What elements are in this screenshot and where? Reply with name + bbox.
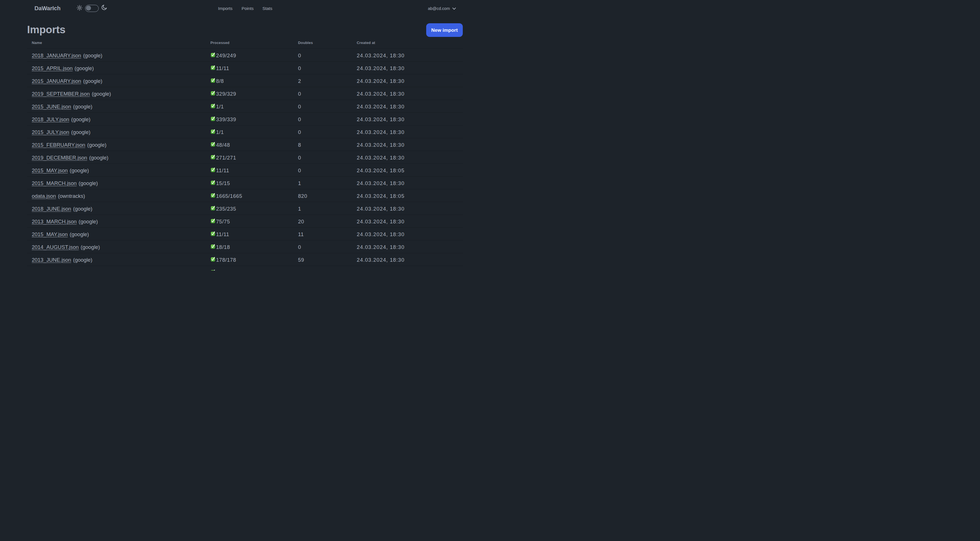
cell-created-at: 24.03.2024, 18:05 xyxy=(352,189,463,202)
table-row: 2015_APRIL.json(google) 11/11 0 24.03.20… xyxy=(27,61,463,74)
doubles-count: 0 xyxy=(298,104,301,110)
column-header-processed: Processed xyxy=(206,37,293,48)
import-file-link[interactable]: 2013_MARCH.json xyxy=(32,219,76,225)
processed-count: 339/339 xyxy=(216,116,236,122)
import-file-link[interactable]: 2014_AUGUST.json xyxy=(32,244,79,250)
cell-processed: 48/48 xyxy=(206,138,293,151)
check-mark-icon xyxy=(211,231,215,236)
cell-processed: 8/8 xyxy=(206,74,293,87)
created-at: 24.03.2024, 18:30 xyxy=(357,155,405,161)
created-at: 24.03.2024, 18:30 xyxy=(357,231,405,237)
cell-name: 2015_APRIL.json(google) xyxy=(27,61,206,74)
created-at: 24.03.2024, 18:30 xyxy=(357,53,405,59)
nav-item-points[interactable]: Points xyxy=(242,6,254,11)
cell-name: 2013_JUNE.json(google) xyxy=(27,253,206,266)
doubles-count: 59 xyxy=(298,257,304,263)
cell-name: 2015_MAY.json(google) xyxy=(27,227,206,240)
processed-count: 329/329 xyxy=(216,91,236,97)
processed-count: 11/11 xyxy=(216,231,229,237)
cell-doubles xyxy=(293,266,352,270)
cell-created-at: 24.03.2024, 18:05 xyxy=(352,163,463,176)
imports-table: Name Processed Doubles Created at 2018_J… xyxy=(27,37,463,270)
import-source: (google) xyxy=(89,155,108,161)
cell-name: 2014_AUGUST.json(google) xyxy=(27,240,206,253)
doubles-count: 0 xyxy=(298,65,301,71)
cell-doubles: 1 xyxy=(293,176,352,189)
check-mark-icon xyxy=(211,53,215,57)
processed-count: 48/48 xyxy=(216,142,230,148)
import-file-link[interactable]: 2018_JANUARY.json xyxy=(32,53,81,59)
cell-created-at: 24.03.2024, 18:30 xyxy=(352,176,463,189)
cell-doubles: 0 xyxy=(293,87,352,100)
check-mark-icon xyxy=(211,219,215,223)
import-file-link[interactable]: 2018_JULY.json xyxy=(32,116,69,122)
table-row: 2015_JULY.json(google) 1/1 0 24.03.2024,… xyxy=(27,125,463,138)
cell-name: odata.json(owntracks) xyxy=(27,189,206,202)
doubles-count: 8 xyxy=(298,142,301,148)
doubles-count: 2 xyxy=(298,78,301,84)
table-row: 2018_JUNE.json(google) 235/235 1 24.03.2… xyxy=(27,202,463,215)
doubles-count: 1 xyxy=(298,206,301,212)
column-header-created-at: Created at xyxy=(352,37,463,48)
cell-name: 2013_MARCH.json(google) xyxy=(27,215,206,227)
check-mark-icon xyxy=(211,244,215,249)
cell-processed: 11/11 xyxy=(206,227,293,240)
import-file-link[interactable]: 2015_APRIL.json xyxy=(32,65,73,71)
import-file-link[interactable]: 2015_FEBRUARY.json xyxy=(32,142,85,148)
cell-processed: 235/235 xyxy=(206,202,293,215)
cell-created-at: 24.03.2024, 18:30 xyxy=(352,61,463,74)
cell-processed: 339/339 xyxy=(206,112,293,125)
cell-name: 2018_JANUARY.json(google) xyxy=(27,48,206,61)
import-file-link[interactable]: 2015_MAY.json xyxy=(32,231,68,237)
cell-doubles: 0 xyxy=(293,151,352,163)
import-file-link[interactable]: 2015_JULY.json xyxy=(32,129,69,135)
import-file-link[interactable]: 2015_JUNE.json xyxy=(32,104,71,110)
cell-created-at: 24.03.2024, 18:30 xyxy=(352,202,463,215)
processed-count: 11/11 xyxy=(216,65,229,71)
cell-name: 2018_JULY.json(google) xyxy=(27,112,206,125)
table-row: odata.json(owntracks) 1665/1665 820 24.0… xyxy=(27,189,463,202)
import-file-link[interactable]: 2015_MAY.json xyxy=(32,168,68,174)
import-file-link[interactable]: 2019_DECEMBER.json xyxy=(32,155,87,161)
import-file-link[interactable]: 2015_MARCH.json xyxy=(32,180,76,186)
table-header-row: Name Processed Doubles Created at xyxy=(27,37,463,48)
import-file-link[interactable]: odata.json xyxy=(32,193,56,199)
import-file-link[interactable]: 2019_SEPTEMBER.json xyxy=(32,91,90,97)
import-file-link[interactable]: 2018_JUNE.json xyxy=(32,206,71,212)
nav-item-imports[interactable]: Imports xyxy=(218,6,232,11)
check-mark-icon xyxy=(211,129,215,134)
cell-name: 2015_JANUARY.json(google) xyxy=(27,74,206,87)
cell-name: 2019_DECEMBER.json(google) xyxy=(27,151,206,163)
import-file-link[interactable]: 2013_JUNE.json xyxy=(32,257,71,263)
table-row: 2018_JULY.json(google) 339/339 0 24.03.2… xyxy=(27,112,463,125)
import-file-link[interactable]: 2015_JANUARY.json xyxy=(32,78,81,84)
processed-count: 271/271 xyxy=(216,155,236,161)
cell-doubles: 0 xyxy=(293,112,352,125)
import-source: (google) xyxy=(73,206,92,212)
cell-doubles: 20 xyxy=(293,215,352,227)
import-source: (google) xyxy=(81,244,100,250)
import-source: (google) xyxy=(70,231,89,237)
created-at: 24.03.2024, 18:05 xyxy=(357,193,405,199)
check-mark-icon xyxy=(211,270,215,270)
doubles-count: 0 xyxy=(298,129,301,135)
nav-item-stats[interactable]: Stats xyxy=(262,6,272,11)
table-row xyxy=(27,266,463,270)
table-row: 2015_MAY.json(google) 11/11 11 24.03.202… xyxy=(27,227,463,240)
cell-processed: 1/1 xyxy=(206,100,293,112)
processed-count: 1/1 xyxy=(216,129,224,135)
import-source: (google) xyxy=(71,129,91,135)
table-row: 2019_SEPTEMBER.json(google) 329/329 0 24… xyxy=(27,87,463,100)
import-source: (google) xyxy=(78,180,98,186)
check-mark-icon xyxy=(211,206,215,211)
table-row: 2013_JUNE.json(google) 178/178 59 24.03.… xyxy=(27,253,463,266)
cell-name: 2015_MAY.json(google) xyxy=(27,163,206,176)
doubles-count: 0 xyxy=(298,155,301,161)
import-source: (google) xyxy=(71,116,91,122)
new-import-button[interactable]: New import xyxy=(426,23,463,37)
account-menu[interactable]: ab@cd.com xyxy=(428,0,456,16)
cell-created-at: 24.03.2024, 18:30 xyxy=(352,240,463,253)
import-source: (google) xyxy=(73,104,92,110)
main-nav: Imports Points Stats xyxy=(0,0,490,16)
cell-created-at: 24.03.2024, 18:30 xyxy=(352,100,463,112)
